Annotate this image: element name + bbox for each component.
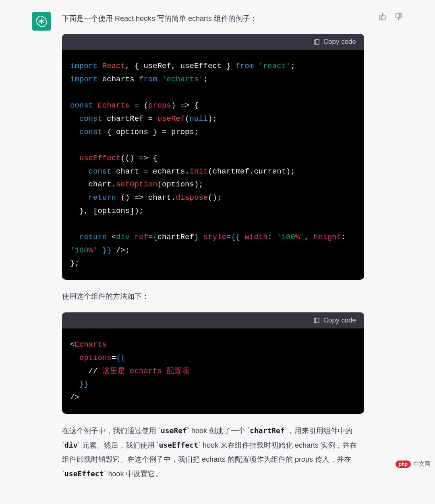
- svg-rect-0: [315, 39, 319, 44]
- svg-rect-1: [315, 318, 319, 323]
- paragraph-2: 使用这个组件的方法如下：: [62, 289, 364, 304]
- copy-label: Copy code: [323, 38, 356, 46]
- explanation-text: 在这个例子中，我们通过使用 `useRef` hook 创建了一个 `chart…: [62, 423, 364, 481]
- copy-code-button[interactable]: Copy code: [313, 316, 356, 324]
- thumbs-up-icon: [379, 12, 387, 21]
- assistant-avatar: [32, 12, 51, 31]
- code-block-1: Copy code import React, { useRef, useEff…: [62, 34, 364, 280]
- code-content-2[interactable]: <Echarts options={{ // 这里是 echarts 配置项 }…: [62, 328, 364, 413]
- thumbs-down-button[interactable]: [394, 12, 403, 21]
- message-content: 下面是一个使用 React hooks 写的简单 echarts 组件的例子： …: [62, 12, 364, 490]
- feedback-buttons: [379, 12, 403, 21]
- thumbs-up-button[interactable]: [379, 12, 387, 21]
- copy-code-button[interactable]: Copy code: [313, 38, 356, 46]
- thumbs-down-icon: [394, 12, 403, 21]
- site-watermark: php 中文网: [396, 461, 430, 468]
- watermark-text: 中文网: [413, 461, 430, 468]
- clipboard-icon: [313, 38, 320, 45]
- code-content-1[interactable]: import React, { useRef, useEffect } from…: [62, 50, 364, 280]
- watermark-badge: php: [396, 461, 411, 468]
- code-header: Copy code: [62, 312, 364, 328]
- code-header: Copy code: [62, 34, 364, 50]
- openai-logo-icon: [35, 15, 48, 27]
- clipboard-icon: [313, 317, 320, 324]
- copy-label: Copy code: [323, 316, 356, 324]
- intro-text: 下面是一个使用 React hooks 写的简单 echarts 组件的例子：: [62, 12, 364, 25]
- code-block-2: Copy code <Echarts options={{ // 这里是 ech…: [62, 312, 364, 413]
